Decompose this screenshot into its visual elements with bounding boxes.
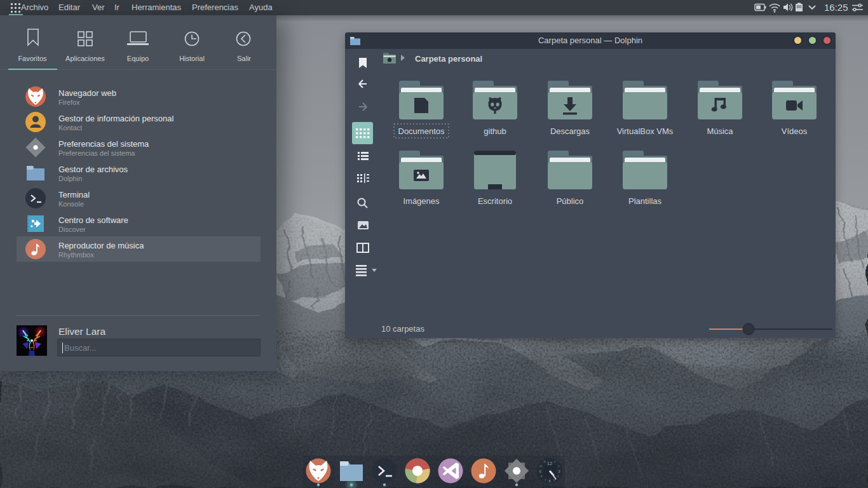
svg-text:10: 10 bbox=[539, 464, 543, 468]
svg-text:16:25: 16:25 bbox=[824, 2, 848, 13]
svg-text:3: 3 bbox=[558, 470, 560, 473]
svg-text:Documentos: Documentos bbox=[398, 126, 445, 136]
svg-text:Público: Público bbox=[557, 196, 584, 206]
svg-text:VirtualBox VMs: VirtualBox VMs bbox=[617, 126, 674, 136]
svg-text:github: github bbox=[484, 126, 506, 136]
svg-text:Escritorio: Escritorio bbox=[478, 196, 512, 206]
svg-text:12: 12 bbox=[547, 461, 552, 466]
svg-text:Vídeos: Vídeos bbox=[782, 126, 808, 136]
svg-text:9: 9 bbox=[539, 470, 541, 473]
svg-text:Plantillas: Plantillas bbox=[628, 196, 662, 206]
svg-text:Descargas: Descargas bbox=[550, 126, 590, 136]
svg-text:Imágenes: Imágenes bbox=[403, 196, 440, 206]
svg-text:6: 6 bbox=[548, 479, 550, 483]
svg-text:Música: Música bbox=[707, 126, 733, 136]
